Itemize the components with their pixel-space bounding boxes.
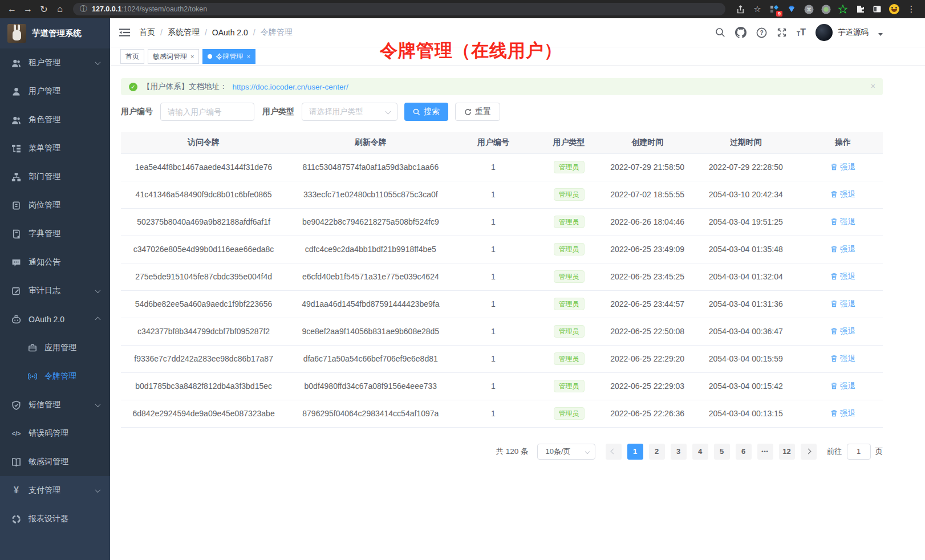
close-icon[interactable]: × (246, 53, 250, 60)
sidebar-item-report-designer[interactable]: 报表设计器 (0, 505, 110, 533)
alert-close-icon[interactable]: × (871, 82, 875, 90)
user-type-badge: 管理员 (554, 188, 585, 201)
page-button-1[interactable]: 1 (627, 444, 643, 460)
force-logout-button[interactable]: 强退 (830, 244, 855, 254)
action-cell: 强退 (803, 372, 883, 400)
page-button-6[interactable]: 6 (736, 444, 752, 460)
caret-down-icon[interactable] (878, 33, 883, 36)
reset-button[interactable]: 重置 (455, 103, 500, 121)
user-type-badge: 管理员 (554, 352, 585, 365)
user-type-badge: 管理员 (554, 270, 585, 283)
sidebar-item-sms[interactable]: 短信管理 (0, 391, 110, 419)
page-button-12[interactable]: 12 (779, 444, 795, 460)
access-token: f9336e7c7dd242a283ee98dc86b17a87 (121, 345, 286, 372)
user-type-cell: 管理员 (532, 290, 606, 318)
sidebar-item-dept[interactable]: 部门管理 (0, 163, 110, 191)
action-cell: 强退 (803, 263, 883, 290)
sidebar-toggle-icon[interactable] (871, 3, 883, 15)
tab-token-management[interactable]: 令牌管理 × (202, 49, 255, 64)
sidebar-item-oauth-token[interactable]: 令牌管理 (0, 362, 110, 391)
create-time: 2022-06-26 18:04:46 (606, 208, 689, 236)
page-button-4[interactable]: 4 (692, 444, 708, 460)
sidebar-item-errcode[interactable]: </> 错误码管理 (0, 419, 110, 448)
address-bar[interactable]: ⓘ 127.0.0.1:1024/system/oauth2/token (73, 3, 725, 15)
user-avatar[interactable] (816, 24, 833, 41)
help-icon[interactable]: ? (756, 27, 767, 38)
force-logout-button[interactable]: 强退 (830, 271, 855, 282)
action-cell: 强退 (803, 181, 883, 208)
reload-icon[interactable]: ↻ (36, 2, 51, 17)
search-button[interactable]: 搜索 (404, 103, 448, 121)
sidebar-item-label: 部门管理 (29, 172, 102, 182)
forward-icon[interactable]: → (21, 2, 35, 17)
search-icon[interactable] (715, 27, 725, 38)
force-logout-button[interactable]: 强退 (830, 189, 855, 200)
sidebar-item-tenant[interactable]: 租户管理 (0, 48, 110, 77)
force-logout-button[interactable]: 强退 (830, 354, 855, 364)
record-extension-icon[interactable] (820, 3, 831, 15)
fullscreen-icon[interactable] (777, 27, 787, 38)
create-time: 2022-06-25 22:29:20 (606, 345, 689, 372)
sidebar-item-sensitive[interactable]: 敏感词管理 (0, 448, 110, 476)
github-icon[interactable] (735, 27, 747, 38)
more-pages-button[interactable]: ••• (757, 444, 773, 460)
tab-home[interactable]: 首页 (120, 49, 144, 64)
search-button-label: 搜索 (424, 107, 440, 117)
close-icon[interactable]: × (190, 53, 194, 60)
user-id-input[interactable] (160, 103, 254, 121)
force-logout-button[interactable]: 强退 (830, 326, 855, 336)
sidebar-item-user[interactable]: 用户管理 (0, 77, 110, 105)
browser-menu-icon[interactable]: ⋮ (906, 3, 917, 15)
sidebar-item-label: 令牌管理 (44, 371, 102, 382)
sidebar-item-menu[interactable]: 菜单管理 (0, 134, 110, 163)
next-page-button[interactable] (801, 444, 817, 460)
sidebar-bottom-section: ¥ 支付管理 报表设计器 (0, 476, 110, 560)
force-logout-button[interactable]: 强退 (830, 408, 855, 419)
puzzle-extensions-icon[interactable] (854, 3, 866, 15)
user-type-badge: 管理员 (554, 161, 585, 173)
doc-link[interactable]: https://doc.iocoder.cn/user-center/ (233, 83, 348, 91)
extension-grid-icon[interactable]: 9 (769, 3, 780, 15)
force-logout-label: 强退 (840, 381, 855, 391)
profile-avatar-icon[interactable] (889, 3, 900, 15)
app-logo[interactable]: 芋道管理系统 (0, 18, 110, 48)
page-button-5[interactable]: 5 (714, 444, 730, 460)
sidebar-collapse-icon[interactable] (119, 28, 130, 37)
sidebar-item-audit-log[interactable]: 审计日志 (0, 277, 110, 305)
sidebar-item-notice[interactable]: 通知公告 (0, 248, 110, 277)
tab-label: 令牌管理 (216, 52, 243, 62)
share-icon[interactable] (735, 3, 746, 15)
alert-text: 【用户体系】文档地址： (143, 82, 228, 92)
bookmark-star-icon[interactable]: ☆ (752, 3, 763, 15)
chevron-down-icon (95, 287, 101, 293)
tab-sensitive-words[interactable]: 敏感词管理 × (148, 49, 199, 64)
sidebar-item-oauth-app[interactable]: 应用管理 (0, 334, 110, 362)
prev-page-button[interactable] (606, 444, 622, 460)
command-extension-icon[interactable]: ⌘ (803, 3, 814, 15)
back-icon[interactable]: ← (5, 2, 19, 17)
page-size-select[interactable]: 10条/页 (537, 444, 595, 460)
sidebar-item-role[interactable]: 角色管理 (0, 105, 110, 134)
star-extension-icon[interactable] (837, 3, 849, 15)
gem-extension-icon[interactable] (786, 3, 797, 15)
sidebar-item-pay[interactable]: ¥ 支付管理 (0, 476, 110, 505)
home-icon[interactable]: ⌂ (52, 2, 67, 17)
sidebar-item-oauth[interactable]: OAuth 2.0 (0, 305, 110, 334)
font-size-icon[interactable]: TT (797, 28, 806, 37)
force-logout-button[interactable]: 强退 (830, 162, 855, 172)
sidebar-menu: 租户管理 用户管理 角色管理 菜单管理 部门管理 岗位管理 (0, 48, 110, 476)
breadcrumb-home[interactable]: 首页 (139, 27, 155, 38)
breadcrumb-oauth[interactable]: OAuth 2.0 (212, 28, 248, 37)
sidebar-item-post[interactable]: 岗位管理 (0, 191, 110, 220)
page-button-2[interactable]: 2 (649, 444, 665, 460)
goto-page-input[interactable] (847, 444, 871, 460)
force-logout-button[interactable]: 强退 (830, 381, 855, 391)
force-logout-button[interactable]: 强退 (830, 217, 855, 227)
user-type-select[interactable]: 请选择用户类型 (302, 103, 397, 121)
sidebar-item-label: 用户管理 (29, 86, 102, 96)
sidebar-item-dict[interactable]: 字典管理 (0, 220, 110, 248)
breadcrumb-system[interactable]: 系统管理 (168, 27, 200, 38)
force-logout-button[interactable]: 强退 (830, 299, 855, 309)
page-button-3[interactable]: 3 (671, 444, 687, 460)
site-info-icon[interactable]: ⓘ (80, 4, 87, 14)
